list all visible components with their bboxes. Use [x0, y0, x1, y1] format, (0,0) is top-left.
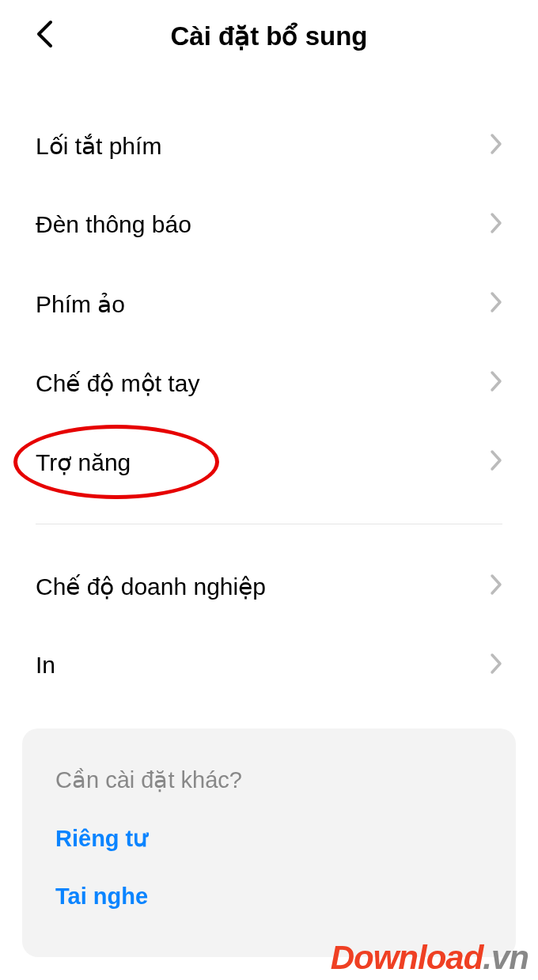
- settings-item-label: Phím ảo: [36, 290, 125, 318]
- back-button[interactable]: [36, 20, 53, 51]
- settings-item-label: Chế độ doanh nghiệp: [36, 573, 266, 600]
- chevron-right-icon: [490, 291, 502, 316]
- watermark: Download.vn: [331, 939, 529, 977]
- settings-item-accessibility[interactable]: Trợ năng: [36, 422, 502, 501]
- chevron-right-icon: [490, 370, 502, 395]
- chevron-right-icon: [490, 212, 502, 237]
- settings-item-virtual-keys[interactable]: Phím ảo: [36, 264, 502, 343]
- settings-item-label: In: [36, 652, 55, 679]
- settings-item-label: Trợ năng: [36, 448, 131, 476]
- watermark-text: Download: [331, 939, 483, 976]
- settings-item-label: Chế độ một tay: [36, 369, 199, 397]
- card-title: Cần cài đặt khác?: [55, 766, 483, 793]
- chevron-right-icon: [490, 449, 502, 475]
- chevron-right-icon: [490, 573, 502, 599]
- settings-item-label: Lối tắt phím: [36, 132, 161, 160]
- card-link-headphones[interactable]: Tai nghe: [55, 884, 483, 910]
- other-settings-card: Cần cài đặt khác? Riêng tư Tai nghe: [22, 728, 516, 957]
- chevron-right-icon: [490, 133, 502, 158]
- header: Cài đặt bổ sung: [0, 0, 538, 71]
- settings-item-label: Đèn thông báo: [36, 211, 191, 238]
- settings-item-shortcuts[interactable]: Lối tắt phím: [36, 106, 502, 185]
- settings-list: Lối tắt phím Đèn thông báo Phím ảo Chế đ…: [0, 106, 538, 705]
- chevron-right-icon: [490, 653, 502, 678]
- settings-item-print[interactable]: In: [36, 626, 502, 705]
- divider: [36, 524, 502, 524]
- spacer: [0, 71, 538, 106]
- watermark-suffix: .vn: [483, 939, 529, 976]
- page-title: Cài đặt bổ sung: [36, 21, 502, 51]
- chevron-left-icon: [36, 20, 53, 48]
- settings-item-one-handed-mode[interactable]: Chế độ một tay: [36, 343, 502, 422]
- settings-item-enterprise-mode[interactable]: Chế độ doanh nghiệp: [36, 547, 502, 626]
- settings-item-notification-light[interactable]: Đèn thông báo: [36, 185, 502, 264]
- card-link-privacy[interactable]: Riêng tư: [55, 825, 483, 852]
